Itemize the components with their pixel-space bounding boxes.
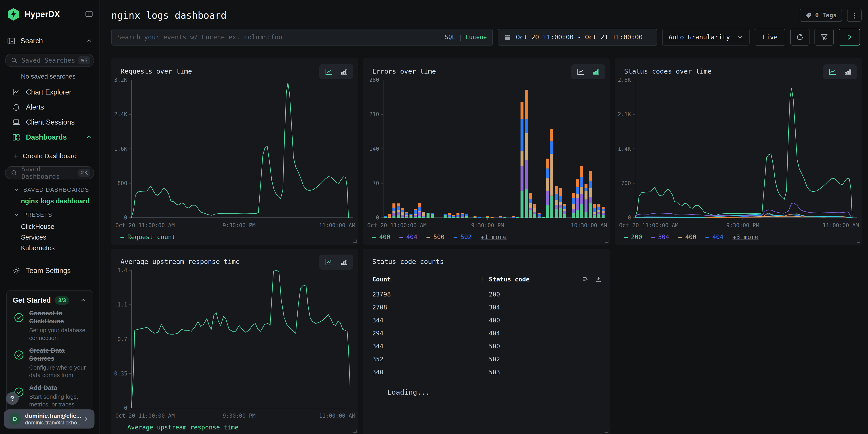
svg-text:1.4K: 1.4K (618, 146, 631, 152)
run-query-button[interactable] (839, 29, 860, 45)
group-presets[interactable]: PRESETS (14, 211, 99, 219)
granularity-select[interactable]: Auto Granularity (662, 29, 750, 45)
resize-handle[interactable] (353, 430, 356, 433)
main-content: nginx logs dashboard 0 Tags ⋮ Search you… (99, 0, 868, 434)
chart-canvas[interactable]: 00.350.71.11.4Oct 20 11:00:00 AM9:30:00 … (111, 249, 359, 434)
bar-chart-icon[interactable] (340, 68, 348, 75)
avatar: D (9, 413, 21, 425)
get-started-item[interactable]: Connect to ClickHouseSet up your databas… (13, 309, 87, 342)
saved-searches-input[interactable]: Saved Searches ⌘K (5, 54, 94, 67)
bar-chart-icon[interactable] (592, 68, 600, 75)
group-saved-dashboards[interactable]: SAVED DASHBOARDS (14, 186, 99, 193)
user-email: dominic.tran@clickho... (25, 420, 82, 426)
line-chart-icon[interactable] (325, 68, 333, 75)
panel-title: Requests over time (120, 64, 319, 75)
column-drag-handle[interactable]: ⋮ (479, 276, 485, 282)
svg-text:11:00:00 AM: 11:00:00 AM (319, 222, 355, 228)
search-icon (10, 169, 18, 177)
get-started-item[interactable]: Add DataStart sending logs, metrics, or … (13, 384, 87, 408)
svg-text:0: 0 (124, 405, 127, 411)
download-icon[interactable] (595, 276, 602, 283)
sidebar-item-dashboards[interactable]: Dashboards (0, 130, 99, 145)
legend-more-link[interactable]: +3 more (733, 234, 758, 241)
dashboard-item-nginx-logs[interactable]: nginx logs dashboard (21, 197, 99, 205)
legend-item: —Average upstream response time (120, 424, 239, 431)
chart-type-toggle[interactable] (319, 255, 353, 270)
check-circle-icon (14, 312, 24, 323)
bar-chart-icon[interactable] (844, 68, 851, 75)
date-range-picker[interactable]: Oct 20 11:00:00 - Oct 21 11:00:00 (498, 29, 657, 45)
collapse-sidebar-icon[interactable] (85, 9, 94, 19)
svg-text:10:30:00 AM: 10:30:00 AM (571, 222, 607, 228)
resize-handle[interactable] (605, 430, 609, 433)
toolbar: Search your events w/ Lucene ex. column:… (111, 29, 860, 45)
preset-services[interactable]: Services (21, 234, 99, 241)
column-header-count[interactable]: Count (372, 276, 479, 283)
sidebar-section-search[interactable]: Search (7, 36, 93, 45)
sidebar-item-alerts[interactable]: Alerts (0, 100, 99, 115)
table-options-icon[interactable] (582, 276, 589, 283)
legend-item: —404 (399, 234, 417, 241)
laptop-icon (12, 118, 21, 127)
svg-text:140: 140 (369, 146, 379, 152)
table-row: 344500 (372, 340, 602, 353)
event-search-placeholder: Search your events w/ Lucene ex. column:… (117, 33, 445, 41)
bell-icon (12, 103, 21, 112)
chart-canvas[interactable]: 07001.4K2.1K2.8KOct 20 11:00:00 AM9:30:0… (615, 58, 862, 245)
svg-text:11:00:00 AM: 11:00:00 AM (319, 412, 355, 419)
legend-item: —500 (427, 234, 444, 241)
svg-text:0: 0 (376, 215, 379, 221)
chart-canvas[interactable]: 08001.6K2.4K3.2KOct 20 11:00:00 AM9:30:0… (111, 58, 359, 245)
table-row: 344400 (372, 314, 602, 327)
chart-legend: —Request count (120, 234, 176, 241)
panel-status-code-counts: Status code counts Count ⋮ Status code 2… (363, 249, 610, 434)
filter-button[interactable] (814, 29, 834, 45)
sidebar-item-team-settings[interactable]: Team Settings (0, 263, 99, 278)
tags-button[interactable]: 0 Tags (800, 9, 842, 22)
chart-type-toggle[interactable] (823, 64, 857, 79)
panel-errors-over-time: Errors over time 070140210280Oct 20 11:0… (363, 58, 610, 245)
resize-handle[interactable] (857, 240, 860, 243)
legend-more-link[interactable]: +1 more (481, 234, 507, 241)
get-started-header[interactable]: Get Started 3/3 (13, 296, 87, 305)
column-header-status-code[interactable]: Status code (489, 276, 582, 283)
saved-dashboards-input[interactable]: Saved Dashboards ⌘K (5, 166, 94, 179)
legend-item: —400 (372, 234, 390, 241)
preset-clickhouse[interactable]: ClickHouse (21, 223, 99, 230)
resize-handle[interactable] (353, 240, 356, 243)
refresh-button[interactable] (790, 29, 809, 45)
create-dashboard-button[interactable]: + Create Dashboard (14, 150, 99, 162)
query-language-toggle[interactable]: SQL|Lucene (445, 34, 487, 40)
saved-dashboards-placeholder: Saved Dashboards (22, 165, 78, 180)
live-button[interactable]: Live (754, 29, 785, 45)
bar-chart-icon[interactable] (340, 258, 348, 266)
help-button[interactable]: ? (6, 392, 19, 405)
svg-text:Oct 20 11:00:00 AM: Oct 20 11:00:00 AM (367, 222, 427, 228)
panel-title: Status code counts (372, 255, 605, 266)
sidebar-item-client-sessions[interactable]: Client Sessions (0, 115, 99, 130)
table-row: 294404 (372, 327, 602, 340)
preset-kubernetes[interactable]: Kubernetes (21, 244, 99, 252)
line-chart-icon[interactable] (577, 68, 585, 75)
legend-item: —200 (624, 234, 642, 241)
panel-title: Errors over time (372, 64, 571, 75)
sidebar-item-chart-explorer[interactable]: Chart Explorer (0, 85, 99, 100)
dashboard-menu-button[interactable]: ⋮ (847, 9, 862, 22)
user-menu[interactable]: D dominic.tran@clic... dominic.tran@clic… (4, 409, 94, 429)
line-chart-icon[interactable] (325, 258, 333, 266)
chart-canvas[interactable]: 070140210280Oct 20 11:00:00 AM9:30:00 PM… (363, 58, 610, 245)
event-search-input[interactable]: Search your events w/ Lucene ex. column:… (111, 29, 493, 45)
chart-type-toggle[interactable] (571, 64, 605, 79)
svg-text:70: 70 (373, 180, 379, 186)
app-root: HyperDX Search Saved Searches ⌘K No save… (0, 0, 868, 434)
shortcut-badge: ⌘K (78, 56, 90, 64)
get-started-item[interactable]: Create Data SourcesConfigure where your … (13, 347, 87, 379)
resize-handle[interactable] (605, 240, 609, 243)
chevron-up-icon (80, 297, 87, 304)
panel-status-codes-over-time: Status codes over time 07001.4K2.1K2.8KO… (615, 58, 862, 245)
line-chart-icon[interactable] (828, 68, 837, 75)
svg-text:1.6K: 1.6K (114, 146, 127, 152)
get-started-card: Get Started 3/3 Connect to ClickHouseSet… (6, 290, 93, 414)
chevron-right-icon (82, 415, 90, 423)
chart-type-toggle[interactable] (319, 64, 353, 79)
